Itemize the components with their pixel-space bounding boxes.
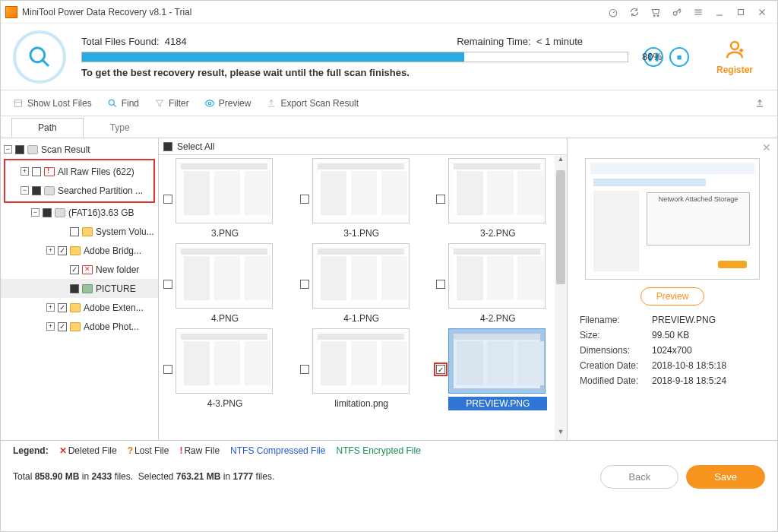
tree-highlight-box: +All Raw Files (622) −Searched Partition…	[4, 159, 155, 203]
file-caption: 3.PNG	[176, 226, 274, 240]
file-thumbnail[interactable]	[176, 243, 273, 309]
file-cell[interactable]: 4.PNG	[160, 243, 294, 325]
key-icon[interactable]	[666, 4, 688, 21]
file-cell[interactable]: 3.PNG	[160, 158, 294, 240]
app-logo-icon	[5, 6, 17, 18]
scroll-handle[interactable]	[556, 170, 565, 284]
scan-percent-label: 80%	[642, 51, 662, 62]
register-label: Register	[704, 65, 765, 75]
file-cell[interactable]: 3-1.PNG	[297, 158, 431, 240]
tree-adobe-phot[interactable]: +Adobe Phot...	[1, 317, 158, 336]
scan-progressbar: 80%	[81, 52, 628, 62]
file-caption: 4-2.PNG	[448, 312, 547, 325]
window-title: MiniTool Power Data Recovery v8.1 - Tria…	[22, 7, 191, 17]
file-checkbox[interactable]	[163, 365, 172, 374]
tab-path[interactable]: Path	[11, 118, 84, 138]
svg-point-2	[657, 14, 659, 16]
total-found-label: Total Files Found: 4184	[81, 36, 187, 47]
file-caption: 3-2.PNG	[448, 226, 547, 240]
select-all-checkbox[interactable]	[163, 142, 172, 151]
file-cell[interactable]: ✓PREVIEW.PNG	[433, 328, 567, 410]
save-button[interactable]: Save	[686, 465, 765, 489]
file-cell[interactable]: limitation.png	[297, 328, 431, 410]
file-thumbnail[interactable]	[448, 243, 546, 309]
file-thumbnail[interactable]	[312, 243, 410, 309]
tree-panel: −Scan Result +All Raw Files (622) −Searc…	[1, 138, 159, 440]
tree-searched-partition[interactable]: −Searched Partition ...	[5, 181, 153, 200]
file-checkbox[interactable]	[300, 280, 309, 289]
close-button[interactable]	[751, 4, 773, 21]
file-cell[interactable]: 4-1.PNG	[297, 243, 431, 325]
file-checkbox[interactable]	[300, 365, 309, 374]
share-icon[interactable]	[754, 98, 765, 109]
grid-scrollbar[interactable]: ▲ ▼	[555, 155, 567, 440]
scroll-down-icon[interactable]: ▼	[555, 428, 567, 440]
file-thumbnail[interactable]	[312, 328, 410, 394]
preview-thumbnail: Network Attached Storage	[585, 158, 760, 280]
file-checkbox[interactable]: ✓	[436, 365, 445, 374]
svg-point-8	[109, 100, 114, 105]
svg-rect-4	[738, 9, 744, 14]
tree-adobe-bridge[interactable]: +Adobe Bridg...	[1, 241, 158, 260]
legend-ntfs-compressed: NTFS Compressed File	[230, 445, 325, 456]
file-checkbox[interactable]	[300, 195, 309, 204]
select-all-label: Select All	[177, 141, 214, 152]
file-checkbox[interactable]	[163, 195, 172, 204]
preview-button[interactable]: Preview	[204, 98, 251, 109]
file-caption: 4.PNG	[176, 312, 274, 325]
scroll-up-icon[interactable]: ▲	[555, 155, 567, 167]
file-thumbnail[interactable]	[312, 158, 410, 223]
toolbar: Show Lost Files Find Filter Preview Expo…	[1, 90, 777, 116]
svg-point-6	[731, 42, 738, 49]
file-thumbnail[interactable]	[448, 328, 546, 394]
cart-icon[interactable]	[645, 4, 666, 21]
speed-icon[interactable]	[602, 4, 624, 21]
file-cell[interactable]: 4-2.PNG	[433, 243, 567, 325]
find-button[interactable]: Find	[107, 98, 139, 109]
scan-message: To get the best recovery result, please …	[81, 67, 628, 78]
tree-adobe-exten[interactable]: +Adobe Exten...	[1, 298, 158, 317]
file-cell[interactable]: 4-3.PNG	[160, 328, 294, 410]
export-button[interactable]: Export Scan Result	[266, 98, 359, 109]
stop-button[interactable]: ■	[669, 47, 689, 67]
legend-raw: !Raw File	[179, 445, 220, 456]
scan-lens-icon	[13, 30, 66, 84]
menu-icon[interactable]	[688, 4, 709, 21]
maximize-button[interactable]	[730, 4, 751, 21]
file-grid-panel: Select All 3.PNG3-1.PNG3-2.PNG4.PNG4-1.P…	[159, 138, 568, 440]
register-button[interactable]: Register	[704, 38, 765, 75]
file-cell[interactable]: 3-2.PNG	[433, 158, 567, 240]
svg-point-3	[673, 11, 677, 15]
tree-raw-files[interactable]: +All Raw Files (622)	[5, 162, 153, 181]
tree-new-folder[interactable]: New folder	[1, 260, 158, 279]
tab-type[interactable]: Type	[84, 118, 157, 138]
preview-metadata: Filename:PREVIEW.PNG Size:99.50 KB Dimen…	[580, 315, 765, 386]
show-lost-files-button[interactable]: Show Lost Files	[13, 98, 92, 109]
filter-button[interactable]: Filter	[154, 98, 189, 109]
file-thumbnail[interactable]	[448, 158, 546, 223]
legend-lost: ?Lost File	[128, 445, 169, 456]
back-button[interactable]: Back	[600, 465, 678, 489]
tree-system-volume[interactable]: System Volu...	[1, 222, 158, 241]
svg-point-1	[653, 14, 655, 16]
file-checkbox[interactable]	[436, 280, 445, 289]
preview-close-icon[interactable]: ✕	[762, 141, 771, 154]
file-checkbox[interactable]	[163, 280, 172, 289]
status-bar: Total 858.90 MB in 2433 files. Selected …	[1, 460, 777, 493]
file-checkbox[interactable]	[436, 195, 445, 204]
tree-picture[interactable]: PICTURE	[1, 279, 158, 298]
file-caption: 4-1.PNG	[312, 312, 411, 325]
minimize-button[interactable]	[709, 4, 730, 21]
file-caption: PREVIEW.PNG	[448, 397, 547, 410]
file-thumbnail[interactable]	[176, 158, 273, 223]
remaining-time-label: Remaining Time: < 1 minute	[457, 36, 583, 47]
file-thumbnail[interactable]	[176, 328, 273, 394]
file-caption: 3-1.PNG	[312, 226, 411, 240]
grid-header: Select All	[159, 138, 567, 155]
tree-fat-partition[interactable]: −(FAT16)3.63 GB	[1, 203, 158, 222]
tabbar: Path Type	[1, 116, 777, 138]
preview-open-button[interactable]: Preview	[640, 287, 705, 306]
update-icon[interactable]	[624, 4, 645, 21]
svg-point-9	[208, 102, 211, 105]
tree-root[interactable]: −Scan Result	[1, 140, 158, 159]
